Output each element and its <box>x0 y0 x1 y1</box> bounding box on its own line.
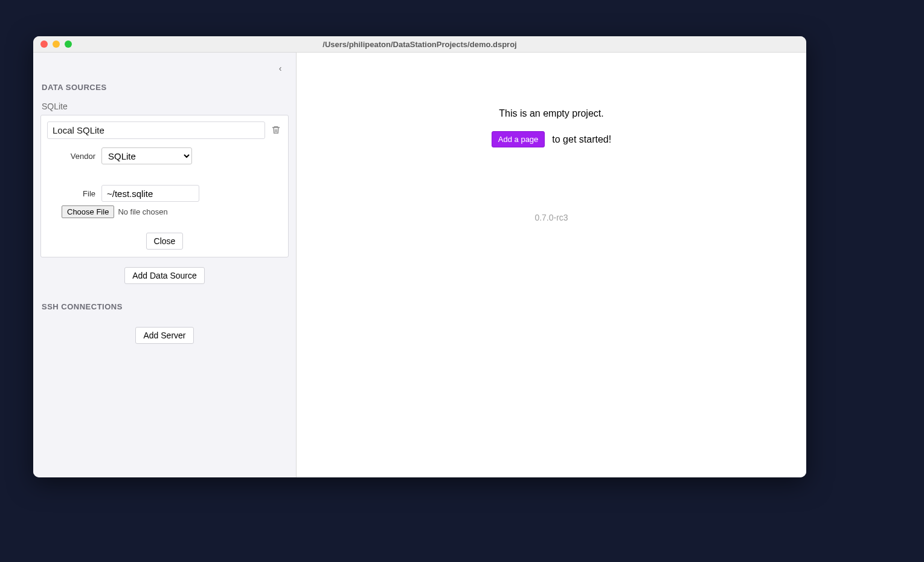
window-title: /Users/philipeaton/DataStationProjects/d… <box>33 40 806 49</box>
ssh-connections-header: SSH CONNECTIONS <box>42 302 289 311</box>
data-source-card: Vendor SQLite File Choose File No file c… <box>40 115 289 257</box>
window-titlebar: /Users/philipeaton/DataStationProjects/d… <box>33 36 806 53</box>
vendor-label: Vendor <box>47 152 101 161</box>
data-source-name-input[interactable] <box>47 121 265 139</box>
trash-icon[interactable] <box>271 124 282 137</box>
close-row: Close <box>47 233 282 250</box>
choose-file-button[interactable]: Choose File <box>62 205 114 218</box>
chevron-left-icon: ‹ <box>279 63 282 73</box>
vendor-select[interactable]: SQLite <box>101 147 192 164</box>
choose-file-row: Choose File No file chosen <box>62 205 282 218</box>
add-data-source-button[interactable]: Add Data Source <box>124 267 205 284</box>
minimize-window-icon[interactable] <box>53 40 60 48</box>
maximize-window-icon[interactable] <box>65 40 72 48</box>
close-window-icon[interactable] <box>40 40 48 48</box>
file-path-input[interactable] <box>101 185 199 202</box>
data-source-type-label: SQLite <box>42 102 289 111</box>
window-body: ‹ DATA SOURCES SQLite <box>33 53 806 477</box>
add-page-row: Add a page to get started! <box>492 131 611 147</box>
get-started-text: to get started! <box>552 134 611 145</box>
main-panel: This is an empty project. Add a page to … <box>297 53 806 477</box>
close-button[interactable]: Close <box>146 233 184 250</box>
file-row: File <box>47 185 282 202</box>
file-label: File <box>47 189 101 198</box>
add-server-button[interactable]: Add Server <box>135 327 193 344</box>
vendor-row: Vendor SQLite <box>47 147 282 164</box>
card-header-row <box>47 121 282 139</box>
sidebar: ‹ DATA SOURCES SQLite <box>33 53 297 477</box>
app-window: /Users/philipeaton/DataStationProjects/d… <box>33 36 806 477</box>
add-page-button[interactable]: Add a page <box>492 131 545 147</box>
no-file-chosen-text: No file chosen <box>118 207 167 216</box>
data-sources-header: DATA SOURCES <box>42 83 289 92</box>
add-data-source-row: Add Data Source <box>40 267 289 284</box>
version-text: 0.7.0-rc3 <box>297 213 806 222</box>
add-server-row: Add Server <box>40 327 289 344</box>
traffic-lights <box>33 40 72 48</box>
desktop-background: /Users/philipeaton/DataStationProjects/d… <box>0 0 924 562</box>
empty-project-message: This is an empty project. <box>499 108 603 119</box>
collapse-sidebar-button[interactable]: ‹ <box>274 62 286 74</box>
